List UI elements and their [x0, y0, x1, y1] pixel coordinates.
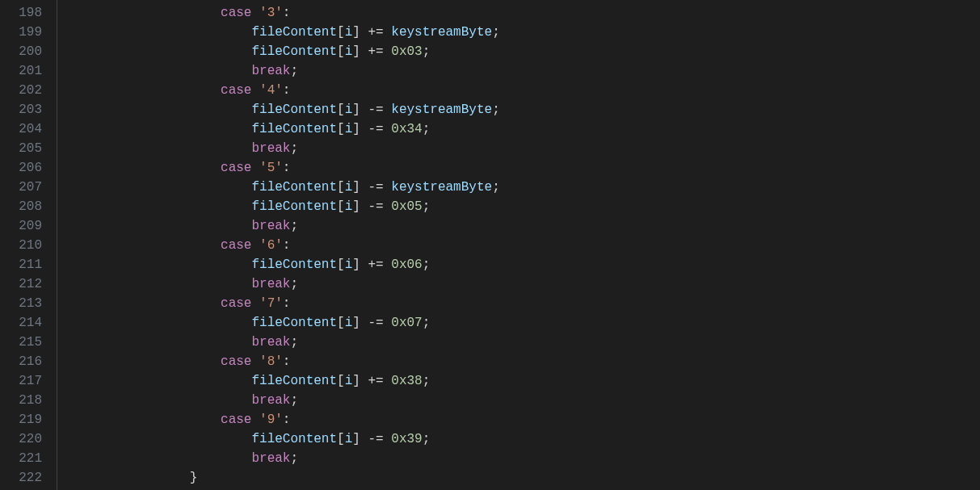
token-num: 0x05	[391, 199, 422, 214]
line-number: 217	[0, 371, 42, 391]
token-var: keystreamByte	[391, 103, 492, 117]
code-line[interactable]: break;	[65, 333, 980, 352]
code-line[interactable]: case '8':	[65, 352, 980, 371]
token-var: fileContent	[251, 199, 337, 214]
line-number: 201	[0, 61, 42, 81]
token-var: fileContent	[251, 103, 337, 117]
token-punc: [	[337, 432, 345, 446]
token-num: 0x34	[391, 122, 422, 136]
code-line[interactable]: break;	[65, 139, 980, 158]
line-number: 222	[0, 468, 42, 488]
line-number: 213	[0, 294, 42, 313]
token-punc: :	[283, 6, 291, 20]
token-str: '8'	[259, 354, 283, 369]
token-punc: [	[337, 180, 345, 195]
code-line[interactable]: fileContent[i] += 0x03;	[65, 42, 980, 61]
token-punc: ;	[423, 258, 431, 272]
token-punc: ;	[492, 103, 500, 117]
token-var: i	[345, 180, 353, 195]
code-line[interactable]: fileContent[i] -= 0x07;	[65, 313, 980, 333]
code-line[interactable]: fileContent[i] -= 0x05;	[65, 197, 980, 216]
line-number: 205	[0, 139, 42, 158]
token-kw: break	[251, 451, 290, 466]
token-num: 0x06	[391, 258, 422, 272]
token-var: fileContent	[251, 180, 337, 195]
token-var: fileContent	[251, 258, 337, 272]
token-kw: break	[251, 335, 290, 350]
line-number: 200	[0, 42, 42, 61]
token-var: i	[345, 374, 353, 388]
line-number: 209	[0, 216, 42, 236]
token-num: 0x07	[391, 316, 422, 330]
token-num: 0x39	[391, 432, 422, 446]
token-var: i	[345, 122, 353, 136]
code-line[interactable]: fileContent[i] += 0x06;	[65, 255, 980, 274]
token-punc: ] -=	[352, 199, 391, 214]
code-line[interactable]: fileContent[i] += 0x38;	[65, 371, 980, 391]
line-number: 211	[0, 255, 42, 274]
token-punc: [	[337, 374, 345, 388]
token-punc: :	[283, 413, 291, 427]
code-line[interactable]: break;	[65, 216, 980, 236]
token-var: i	[345, 316, 353, 330]
token-str: '5'	[259, 161, 283, 175]
code-line[interactable]: case '7':	[65, 294, 980, 313]
code-line[interactable]: case '6':	[65, 236, 980, 255]
code-line[interactable]: break;	[65, 391, 980, 410]
token-punc: :	[283, 238, 291, 253]
token-var: fileContent	[251, 44, 337, 59]
token-punc: ;	[290, 64, 298, 78]
token-kw: break	[251, 277, 290, 291]
code-line[interactable]: break;	[65, 274, 980, 294]
code-line[interactable]: case '9':	[65, 410, 980, 429]
token-var: i	[345, 432, 353, 446]
token-kw: case	[221, 6, 259, 20]
token-str: '6'	[259, 238, 283, 253]
token-var: i	[345, 258, 353, 272]
token-punc: ] +=	[352, 258, 391, 272]
line-number: 210	[0, 236, 42, 255]
token-punc: ] -=	[352, 316, 391, 330]
token-punc: ;	[290, 451, 298, 466]
line-number: 206	[0, 158, 42, 178]
token-str: '7'	[259, 296, 283, 311]
token-punc: }	[190, 471, 198, 485]
token-punc: ;	[423, 316, 431, 330]
token-punc: ;	[423, 44, 431, 59]
code-line[interactable]: fileContent[i] -= keystreamByte;	[65, 100, 980, 119]
code-editor-content[interactable]: case '3': fileContent[i] += keystreamByt…	[57, 0, 980, 490]
token-var: i	[345, 25, 353, 40]
line-number: 202	[0, 81, 42, 100]
token-punc: [	[337, 316, 345, 330]
token-kw: case	[221, 354, 259, 369]
token-var: i	[345, 44, 353, 59]
token-str: '4'	[259, 83, 283, 98]
token-punc: :	[283, 296, 291, 311]
token-punc: ;	[290, 141, 298, 156]
token-kw: break	[251, 393, 290, 408]
code-line[interactable]: }	[65, 468, 980, 488]
token-punc: ;	[492, 180, 500, 195]
line-number: 215	[0, 333, 42, 352]
code-line[interactable]: case '3':	[65, 3, 980, 23]
token-punc: ] -=	[352, 180, 391, 195]
code-line[interactable]: fileContent[i] -= 0x34;	[65, 119, 980, 139]
token-punc: [	[337, 199, 345, 214]
code-line[interactable]: case '4':	[65, 81, 980, 100]
token-punc: [	[337, 44, 345, 59]
code-line[interactable]: fileContent[i] -= keystreamByte;	[65, 178, 980, 197]
token-punc: ;	[290, 335, 298, 350]
code-line[interactable]: fileContent[i] += keystreamByte;	[65, 23, 980, 42]
token-var: fileContent	[251, 374, 337, 388]
code-line[interactable]: break;	[65, 61, 980, 81]
code-line[interactable]: case '5':	[65, 158, 980, 178]
token-punc: ] +=	[352, 25, 391, 40]
code-line[interactable]: break;	[65, 449, 980, 468]
token-num: 0x38	[391, 374, 422, 388]
token-punc: ;	[423, 374, 431, 388]
token-var: fileContent	[251, 316, 337, 330]
code-line[interactable]: fileContent[i] -= 0x39;	[65, 429, 980, 449]
token-var: keystreamByte	[391, 25, 492, 40]
token-punc: ;	[290, 219, 298, 233]
line-number: 220	[0, 429, 42, 449]
